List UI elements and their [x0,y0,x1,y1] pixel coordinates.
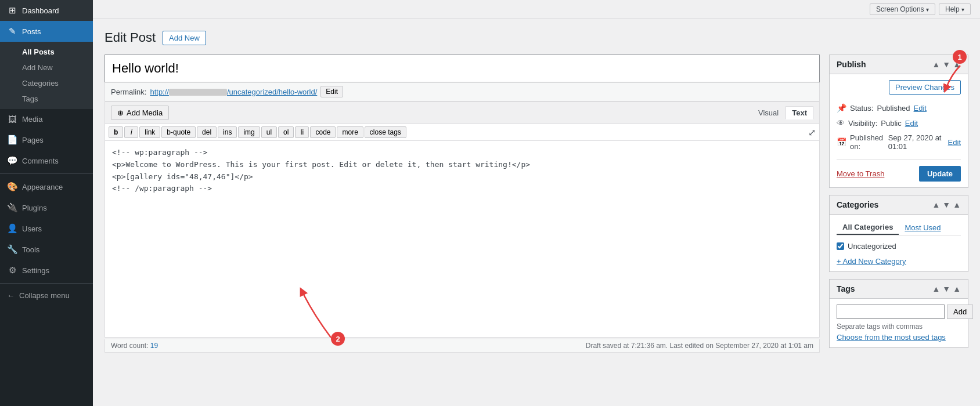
sidebar-subitem-categories[interactable]: Categories [0,75,93,91]
tags-collapse-close[interactable]: ▲ [953,284,961,293]
collapse-up-icon[interactable]: ▲ [932,60,940,69]
add-media-btn[interactable]: ⊕ Add Media [111,106,169,120]
sidebar-item-label: Posts [22,27,41,36]
media-icon: 🖼 [7,114,17,124]
tab-text[interactable]: Text [786,106,813,119]
add-new-post-btn[interactable]: Add New [163,31,206,45]
add-media-label: Add Media [127,108,163,117]
fmt-img-btn[interactable]: img [238,126,260,138]
cat-tab-most-used[interactable]: Most Used [899,220,946,235]
status-edit-link[interactable]: Edit [914,104,927,113]
sidebar-item-label: Dashboard [22,6,59,15]
word-count-value: 19 [150,342,158,350]
tags-add-btn[interactable]: Add [947,304,973,319]
sidebar-subitem-add-new[interactable]: Add New [0,60,93,75]
comments-icon: 💬 [7,155,17,166]
publish-actions: Move to Trash Update [837,160,961,182]
cat-checkbox-uncategorized[interactable] [837,242,844,250]
collapse-menu-btn[interactable]: ← Collapse menu [0,286,93,305]
editor-container: <!-- wp:paragraph --> <p>Welcome to Word… [105,140,820,339]
fmt-ol-btn[interactable]: ol [278,126,294,138]
permalink-url[interactable]: http:///uncategorized/hello-world/ [150,88,317,96]
collapse-icon: ← [7,291,15,300]
categories-box-controls: ▲ ▼ ▲ [932,200,961,209]
post-title-input[interactable] [105,55,820,82]
help-btn[interactable]: Help ▾ [939,3,971,15]
formatting-bar: b i link b-quote del ins img ul ol li co… [105,124,820,140]
sidebar-subitem-tags[interactable]: Tags [0,91,93,107]
fmt-del-btn[interactable]: del [197,126,217,138]
word-count-bar: Word count: 19 Draft saved at 7:21:36 am… [105,339,820,353]
sidebar-item-pages[interactable]: 📄 Pages [0,129,93,150]
fmt-link-btn[interactable]: link [139,126,160,138]
categories-box-body: All Categories Most Used Uncategorized +… [830,215,968,271]
sidebar-item-settings[interactable]: ⚙ Settings [0,260,93,281]
sidebar-item-comments[interactable]: 💬 Comments [0,150,93,171]
sidebar-divider [0,173,93,174]
sidebar-item-label: Media [22,115,42,124]
cat-item-uncategorized: Uncategorized [837,240,961,252]
collapse-label: Collapse menu [19,291,70,300]
fmt-italic-btn[interactable]: i [124,126,138,138]
fmt-li-btn[interactable]: li [295,126,309,138]
sidebar-item-dashboard[interactable]: ⊞ Dashboard [0,0,93,21]
fmt-bquote-btn[interactable]: b-quote [161,126,196,138]
permalink-url-start: http:// [150,88,169,96]
sidebar-item-appearance[interactable]: 🎨 Appearance [0,176,93,197]
preview-changes-btn[interactable]: Preview Changes [889,80,961,95]
tags-collapse-down[interactable]: ▼ [942,284,950,293]
sidebar-item-users[interactable]: 👤 Users [0,218,93,239]
permalink-edit-btn[interactable]: Edit [320,86,343,97]
permalink-row: Permalink: http:///uncategorized/hello-w… [105,82,820,102]
fmt-bold-btn[interactable]: b [109,126,123,138]
add-new-category-link[interactable]: + Add New Category [837,257,961,266]
sidebar-item-tools[interactable]: 🔧 Tools [0,239,93,260]
update-btn[interactable]: Update [919,166,961,182]
sidebar: ⊞ Dashboard ✎ Posts All Posts Add New Ca… [0,0,93,406]
collapse-down-icon[interactable]: ▼ [942,60,950,69]
eye-icon: 👁 [837,118,845,128]
fmt-ins-btn[interactable]: ins [218,126,237,138]
sidebar-item-label: Users [22,224,42,233]
publish-box-header: Publish ▲ ▼ ▲ [830,55,968,74]
fmt-more-btn[interactable]: more [337,126,363,138]
cat-tab-all[interactable]: All Categories [837,220,899,235]
visibility-edit-link[interactable]: Edit [905,119,918,128]
cat-collapse-down[interactable]: ▼ [942,200,950,209]
sidebar-item-posts[interactable]: ✎ Posts [0,21,93,42]
tags-collapse-up[interactable]: ▲ [932,284,940,293]
expand-icon[interactable]: ⤢ [808,127,816,138]
fmt-close-tags-btn[interactable]: close tags [365,126,406,138]
pages-icon: 📄 [7,135,17,145]
fmt-ul-btn[interactable]: ul [261,126,277,138]
add-media-icon: ⊕ [117,108,124,117]
settings-icon: ⚙ [7,265,17,276]
publish-box-title: Publish [837,60,866,69]
posts-icon: ✎ [7,26,17,37]
sidebar-item-media[interactable]: 🖼 Media [0,109,93,129]
published-value: Sep 27, 2020 at 01:01 [888,133,945,151]
pin-icon: 📌 [837,103,846,113]
visibility-value: Public [881,119,901,128]
fmt-code-btn[interactable]: code [310,126,336,138]
cat-collapse-close[interactable]: ▲ [953,200,961,209]
sidebar-subitem-all-posts[interactable]: All Posts [0,44,93,60]
publish-box: Publish ▲ ▼ ▲ Preview Changes [829,55,968,188]
plugins-icon: 🔌 [7,202,17,213]
published-edit-link[interactable]: Edit [948,138,961,147]
cat-collapse-up[interactable]: ▲ [932,200,940,209]
sidebar-item-label: Tools [22,245,39,254]
appearance-icon: 🎨 [7,182,17,192]
screen-options-btn[interactable]: Screen Options ▾ [870,3,935,15]
draft-saved-text: Draft saved at 7:21:36 am. Last edited o… [586,342,813,350]
tags-box-body: Add Separate tags with commas Choose fro… [830,299,968,347]
page-title-row: Edit Post Add New [105,30,968,45]
tab-visual[interactable]: Visual [752,107,784,119]
sidebar-item-plugins[interactable]: 🔌 Plugins [0,197,93,218]
trash-link[interactable]: Move to Trash [837,169,884,178]
post-editor-textarea[interactable]: <!-- wp:paragraph --> <p>Welcome to Word… [105,140,820,338]
annotation-1: 1 [953,50,967,64]
publish-visibility-row: 👁 Visibility: Public Edit [837,115,961,130]
tags-most-used-link[interactable]: Choose from the most used tags [837,333,946,342]
tags-input[interactable] [837,304,945,319]
